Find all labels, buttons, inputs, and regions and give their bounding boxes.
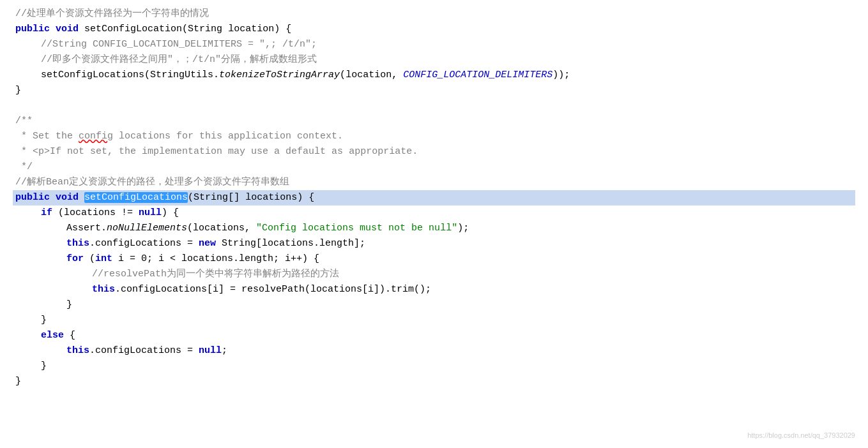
- line-11: */: [13, 160, 855, 175]
- javadoc-open: /**: [15, 116, 33, 126]
- nonullelements-method: noNullElements: [107, 223, 187, 234]
- kw-as: as: [331, 146, 343, 157]
- javadoc-line-1: * Set: [15, 131, 56, 142]
- type-string-2: String: [222, 238, 256, 249]
- javadoc-rest-1: locations for this application context.: [113, 131, 343, 142]
- tokenize-method: tokenizeToStringArray: [219, 70, 340, 80]
- line-10: * <p>If not set, the implementation may …: [13, 144, 855, 160]
- assert-class: Assert.: [66, 223, 107, 234]
- code-container: //处理单个资源文件路径为一个字符串的情况 public void setCon…: [0, 0, 868, 402]
- line-13: public void setConfigLocations(String[] …: [13, 190, 855, 205]
- kw-the-2: the: [119, 146, 136, 157]
- line-2: public void setConfigLocation(String loc…: [13, 22, 855, 37]
- javadoc-config: config: [79, 131, 113, 142]
- kw-null-1: null: [139, 207, 162, 218]
- method-call-setconfiglocations: setConfigLocations: [41, 70, 144, 80]
- comment-zh-4: //resolvePath为同一个类中将字符串解析为路径的方法: [92, 269, 339, 280]
- kw-null-2: null: [199, 345, 222, 356]
- line-20: }: [13, 297, 855, 313]
- comment-zh-2: //即多个资源文件路径之间用"，；/t/n"分隔，解析成数组形式: [41, 54, 317, 65]
- line-14: if (locations != null) {: [13, 205, 855, 221]
- kw-void-2: void: [56, 192, 79, 203]
- kw-int: int: [95, 253, 112, 264]
- line-1: //处理单个资源文件路径为一个字符串的情况: [13, 6, 855, 22]
- comment-zh-1: //处理单个资源文件路径为一个字符串的情况: [15, 8, 209, 19]
- line-17: for (int i = 0; i < locations.length; i+…: [13, 251, 855, 267]
- kw-this-1: this: [66, 238, 89, 249]
- method-name-1: setConfigLocation: [84, 24, 182, 34]
- kw-this-2: this: [92, 284, 115, 295]
- kw-public-1: public: [15, 24, 50, 34]
- line-7: [13, 98, 855, 114]
- kw-for: for: [66, 253, 84, 264]
- line-21: }: [13, 313, 855, 328]
- kw-void-1: void: [56, 24, 79, 34]
- kw-this-3: this: [66, 345, 89, 356]
- line-16: this.configLocations = new String[locati…: [13, 236, 855, 251]
- kw-else: else: [41, 330, 64, 341]
- type-string-arr: String: [194, 192, 228, 203]
- line-15: Assert.noNullElements(locations, "Config…: [13, 221, 855, 236]
- line-4: //即多个资源文件路径之间用"，；/t/n"分隔，解析成数组形式: [13, 52, 855, 68]
- line-3: //String CONFIG_LOCATION_DELIMITERS = ",…: [13, 37, 855, 52]
- selected-method-setconfiglocations: setConfigLocations: [84, 192, 188, 203]
- string-config-locations: "Config locations must not be null": [256, 223, 457, 234]
- kw-new-1: new: [199, 238, 216, 249]
- config-constant: CONFIG_LOCATION_DELIMITERS: [403, 70, 552, 80]
- line-6: }: [13, 83, 855, 98]
- kw-public-2: public: [15, 192, 50, 203]
- type-string-1: String: [188, 24, 222, 34]
- javadoc-appropriate: appropriate.: [343, 146, 418, 157]
- javadoc-close: */: [15, 161, 33, 172]
- line-19: this.configLocations[i] = resolvePath(lo…: [13, 282, 855, 297]
- line-5: setConfigLocations(StringUtils.tokenizeT…: [13, 68, 855, 83]
- comment-delimiters: //String CONFIG_LOCATION_DELIMITERS = ",…: [41, 39, 317, 50]
- line-9: * Set the config locations for this appl…: [13, 129, 855, 144]
- javadoc-line-2: * <p>If not set,: [15, 146, 119, 157]
- line-22: else {: [13, 328, 855, 343]
- line-8: /**: [13, 114, 855, 129]
- line-23: this.configLocations = null;: [13, 343, 855, 359]
- kw-the: the: [56, 131, 73, 142]
- comment-zh-3: //解析Bean定义资源文件的路径，处理多个资源文件字符串数组: [15, 177, 289, 188]
- kw-if: if: [41, 207, 52, 218]
- line-25: }: [13, 374, 855, 389]
- javadoc-impl: implementation may use a default: [136, 146, 331, 157]
- line-24: }: [13, 359, 855, 374]
- line-12: //解析Bean定义资源文件的路径，处理多个资源文件字符串数组: [13, 175, 855, 190]
- line-18: //resolvePath为同一个类中将字符串解析为路径的方法: [13, 267, 855, 282]
